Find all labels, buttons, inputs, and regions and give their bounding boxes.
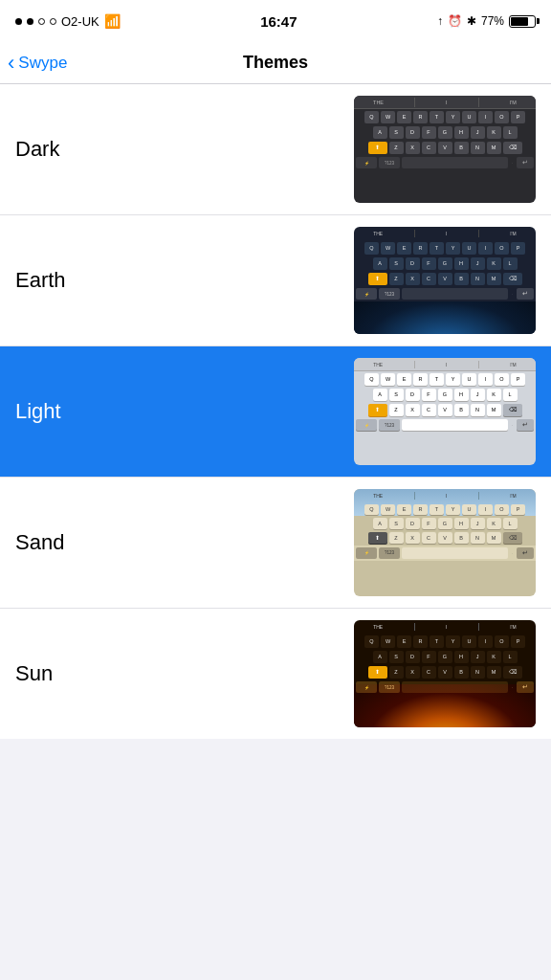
back-chevron-icon: ‹ [8, 53, 14, 74]
theme-item-sun[interactable]: Sun THE I I'M QWERTYUIOP ASDFGHJKL ⬆ZXCV… [0, 609, 551, 739]
theme-item-sand[interactable]: Sand THE I I'M QWERTYUIOP ASDFGHJKL ⬆ZXC… [0, 478, 551, 609]
signal-dot-1 [15, 18, 22, 25]
theme-name-sun: Sun [15, 661, 53, 686]
theme-item-dark[interactable]: Dark THE I I'M QWERTYUIOP ASDFGHJKL ⬆ZXC… [0, 84, 551, 215]
keyboard-preview-earth: THE I I'M QWERTYUIOP ASDFGHJKL ⬆ZXCVBNM⌫… [354, 227, 536, 334]
theme-name-earth: Earth [15, 268, 66, 293]
status-right: ↑ ⏰ ✱ 77% [437, 14, 536, 28]
back-label: Swype [18, 54, 67, 73]
theme-item-earth[interactable]: Earth THE I I'M QWERTYUIOP ASDFGHJKL ⬆ZX… [0, 215, 551, 346]
keyboard-preview-sand: THE I I'M QWERTYUIOP ASDFGHJKL ⬆ZXCVBNM⌫… [354, 489, 536, 596]
status-left: O2-UK 📶 [15, 13, 121, 29]
page-title: Themes [243, 53, 308, 73]
keyboard-preview-dark: THE I I'M QWERTYUIOP ASDFGHJKL ⬆ZXCVBNM⌫… [354, 96, 536, 203]
carrier-label: O2-UK [61, 14, 99, 29]
keyboard-preview-light: THE I I'M QWERTYUIOP ASDFGHJKL ⬆ZXCVBNM⌫… [354, 358, 536, 465]
theme-item-light[interactable]: Light THE I I'M QWERTYUIOP ASDFGHJKL ⬆ZX… [0, 346, 551, 478]
bluetooth-icon: ✱ [467, 14, 476, 28]
alarm-icon: ⏰ [448, 14, 462, 28]
status-time: 16:47 [260, 13, 297, 30]
theme-name-sand: Sand [15, 530, 64, 555]
signal-dot-4 [50, 18, 56, 25]
nav-bar: ‹ Swype Themes [0, 42, 551, 84]
location-icon: ↑ [437, 14, 443, 28]
battery-icon [509, 15, 536, 28]
back-button[interactable]: ‹ Swype [8, 53, 67, 74]
status-bar: O2-UK 📶 16:47 ↑ ⏰ ✱ 77% [0, 0, 551, 42]
signal-dot-2 [27, 18, 33, 25]
theme-list: Dark THE I I'M QWERTYUIOP ASDFGHJKL ⬆ZXC… [0, 84, 551, 739]
theme-name-dark: Dark [15, 137, 59, 162]
wifi-icon: 📶 [104, 13, 121, 29]
battery-percent: 77% [481, 14, 504, 28]
signal-dot-3 [38, 18, 45, 25]
theme-name-light: Light [15, 399, 61, 424]
keyboard-preview-sun: THE I I'M QWERTYUIOP ASDFGHJKL ⬆ZXCVBNM⌫… [354, 620, 536, 727]
battery-fill [511, 17, 528, 26]
